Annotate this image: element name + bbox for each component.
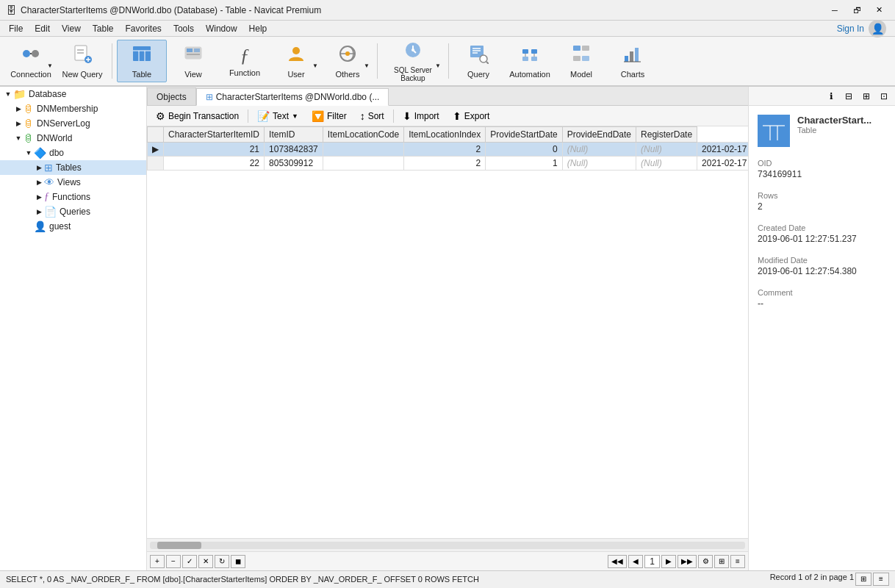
menu-edit[interactable]: Edit	[29, 22, 56, 35]
signin-label[interactable]: Sign In	[837, 24, 864, 34]
cell-itemlocationcode-2[interactable]	[323, 157, 403, 171]
cell-providestartdate_val-2[interactable]: 1	[486, 157, 562, 171]
bookmark-button[interactable]: ◼	[231, 555, 245, 568]
info-rows-section: Rows 2	[758, 191, 886, 212]
col-header-registerdate[interactable]: RegisterDate	[636, 127, 697, 143]
expand-button[interactable]: ⊡	[876, 89, 892, 104]
menu-help[interactable]: Help	[243, 22, 273, 35]
grid-view-button[interactable]: ⊞	[714, 555, 729, 568]
cell-provideenddate-1[interactable]: (Null)	[636, 143, 697, 157]
cell-providestartdate-1[interactable]: (Null)	[562, 143, 636, 157]
h-scrollbar-thumb[interactable]	[157, 542, 201, 549]
col-header-provideenddate[interactable]: ProvideEndDate	[562, 127, 636, 143]
status-view-btn-2[interactable]: ≡	[873, 573, 889, 586]
info-button[interactable]: ℹ	[823, 89, 839, 104]
preview-button[interactable]: ⊞	[858, 89, 874, 104]
cell-provideenddate-2[interactable]: (Null)	[636, 157, 697, 171]
remove-row-button[interactable]: −	[166, 555, 181, 568]
expand-icon-dnmembership: ▶	[13, 105, 24, 112]
add-row-button[interactable]: +	[150, 555, 165, 568]
col-header-characterstarteritemid[interactable]: CharacterStarterItemID	[164, 127, 265, 143]
col-header-providestartdate[interactable]: ProvideStartDate	[486, 127, 562, 143]
toolbar-sql-backup-button[interactable]: SQL Server Backup ▼	[382, 40, 444, 82]
menu-window[interactable]: Window	[200, 22, 243, 35]
page-settings-button[interactable]: ⚙	[698, 555, 713, 568]
toolbar: Connection ▼ New Query Table View ƒ Func…	[0, 37, 895, 87]
toolbar-charts-button[interactable]: Charts	[608, 40, 658, 82]
menu-tools[interactable]: Tools	[168, 22, 200, 35]
sidebar-item-dnmembership[interactable]: ▶ 🛢 DNMembership	[0, 101, 146, 116]
svg-point-0	[23, 50, 30, 57]
toolbar-new-query-button[interactable]: New Query	[57, 40, 107, 82]
tab-table-data[interactable]: ⊞ CharacterStarterItems @DNWorld.dbo (..…	[196, 88, 389, 106]
import-button[interactable]: ⬇ Import	[397, 108, 445, 124]
table-row[interactable]: ▶21107384283720(Null)(Null)2021-02-17 14	[148, 143, 749, 157]
cell-itemid-1[interactable]: 1073842837	[265, 143, 323, 157]
toolbar-model-button[interactable]: Model	[556, 40, 606, 82]
table-row[interactable]: 2280530991221(Null)(Null)2021-02-17 14	[148, 157, 749, 171]
minimize-button[interactable]: ─	[824, 3, 845, 18]
cell-registerdate-1[interactable]: 2021-02-17 14	[697, 143, 748, 157]
sidebar-item-dnserverlog[interactable]: ▶ 🛢 DNServerLog	[0, 116, 146, 131]
menu-view[interactable]: View	[56, 22, 87, 35]
page-last-button[interactable]: ▶▶	[677, 555, 697, 568]
toolbar-others-button[interactable]: Others ▼	[323, 40, 373, 82]
toolbar-query-button[interactable]: Query	[453, 40, 503, 82]
export-button[interactable]: ⬆ Export	[447, 108, 496, 124]
sidebar-item-tables[interactable]: ▶ ⊞ Tables	[0, 160, 146, 175]
col-header-itemid[interactable]: ItemID	[265, 127, 323, 143]
data-grid-container[interactable]: CharacterStarterItemID ItemID ItemLocati…	[147, 126, 748, 538]
cell-itemlocationindex-2[interactable]: 2	[404, 157, 486, 171]
sidebar-item-database[interactable]: ▼ 📁 Database	[0, 87, 146, 101]
svg-point-22	[411, 49, 414, 51]
maximize-button[interactable]: 🗗	[847, 3, 867, 18]
cell-providestartdate_val-1[interactable]: 0	[486, 143, 562, 157]
connection-arrow: ▼	[47, 62, 53, 69]
oid-label: OID	[758, 159, 886, 168]
new-query-icon	[72, 43, 93, 68]
apply-button[interactable]: ✓	[182, 555, 197, 568]
col-header-itemlocationindex[interactable]: ItemLocationIndex	[404, 127, 486, 143]
status-view-btn-1[interactable]: ⊞	[855, 573, 871, 586]
sidebar-item-guest[interactable]: 👤 guest	[0, 219, 146, 234]
toolbar-table-button[interactable]: Table	[117, 40, 167, 82]
cell-providestartdate-2[interactable]: (Null)	[562, 157, 636, 171]
discard-button[interactable]: ✕	[198, 555, 213, 568]
page-first-button[interactable]: ◀◀	[608, 555, 627, 568]
close-button[interactable]: ✕	[869, 3, 889, 18]
menu-file[interactable]: File	[3, 22, 29, 35]
page-next-button[interactable]: ▶	[661, 555, 676, 568]
cell-itemlocationcode-1[interactable]	[323, 143, 403, 157]
cell-registerdate-2[interactable]: 2021-02-17 14	[697, 157, 748, 171]
sidebar-item-dnworld[interactable]: ▼ 🛢 DNWorld	[0, 131, 146, 146]
col-header-itemlocationcode[interactable]: ItemLocationCode	[323, 127, 403, 143]
automation-label: Automation	[509, 70, 550, 79]
tab-objects[interactable]: Objects	[147, 87, 196, 105]
list-view-button[interactable]: ≡	[730, 555, 745, 568]
cell-characterstarteritemid-2[interactable]: 22	[164, 157, 265, 171]
text-button[interactable]: 📝 Text ▼	[251, 108, 304, 124]
sidebar-item-functions[interactable]: ▶ ƒ Functions	[0, 190, 146, 204]
toolbar-automation-button[interactable]: Automation	[505, 40, 555, 82]
toolbar-function-button[interactable]: ƒ Function	[220, 40, 270, 82]
refresh-button[interactable]: ↻	[215, 555, 229, 568]
page-prev-button[interactable]: ◀	[628, 555, 643, 568]
sort-button[interactable]: ↕ Sort	[354, 108, 390, 124]
toolbar-connection-button[interactable]: Connection ▼	[6, 40, 56, 82]
menu-table[interactable]: Table	[87, 22, 120, 35]
sidebar-item-queries[interactable]: ▶ 📄 Queries	[0, 204, 146, 219]
info-created-section: Created Date 2019-06-01 12:27:51.237	[758, 223, 886, 244]
ddl-button[interactable]: ⊟	[841, 89, 857, 104]
menu-favorites[interactable]: Favorites	[120, 22, 168, 35]
sidebar-item-views[interactable]: ▶ 👁 Views	[0, 175, 146, 190]
cell-itemid-2[interactable]: 805309912	[265, 157, 323, 171]
cell-itemlocationindex-1[interactable]: 2	[404, 143, 486, 157]
cell-characterstarteritemid-1[interactable]: 21	[164, 143, 265, 157]
tab-table-data-label: CharacterStarterItems @DNWorld.dbo (...	[216, 92, 380, 102]
h-scrollbar-track[interactable]	[150, 542, 745, 549]
toolbar-user-button[interactable]: User ▼	[271, 40, 321, 82]
sidebar-item-dbo[interactable]: ▼ 🔷 dbo	[0, 146, 146, 160]
begin-transaction-button[interactable]: ⚙ Begin Transaction	[150, 108, 245, 124]
toolbar-view-button[interactable]: View	[168, 40, 218, 82]
filter-button[interactable]: 🔽 Filter	[306, 108, 353, 124]
